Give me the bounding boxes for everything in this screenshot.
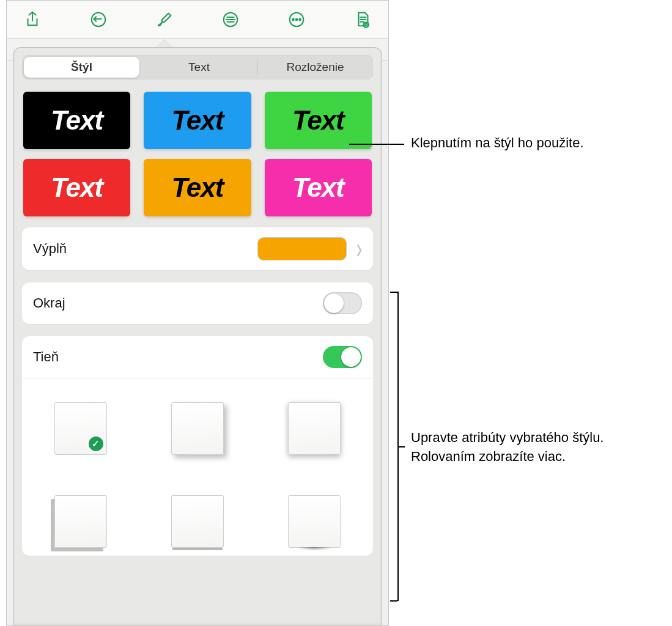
fill-label: Výplň [33,241,67,257]
app-toolbar [7,1,388,39]
fill-color-swatch[interactable] [257,237,347,260]
border-label: Okraj [33,295,65,311]
undo-icon[interactable] [89,10,108,29]
document-view-icon[interactable] [353,10,372,29]
format-panel: Štýl Text Rozloženie Text Text Text Text… [13,47,382,625]
svg-point-8 [299,18,301,20]
popover-arrow-icon [156,39,173,48]
app-frame: Štýl Text Rozloženie Text Text Text Text… [6,0,389,626]
shadow-options: ✓ [22,378,373,556]
shadow-option-offset[interactable] [40,487,120,556]
svg-point-12 [363,22,368,27]
fill-row[interactable]: Výplň › [22,227,373,270]
style-preset-4[interactable]: Text [23,159,130,216]
style-preset-1[interactable]: Text [23,92,130,149]
style-preset-2[interactable]: Text [144,92,251,149]
shadow-option-none[interactable]: ✓ [40,394,120,463]
svg-point-6 [292,18,294,20]
shadow-toggle[interactable] [323,346,362,368]
style-preset-6[interactable]: Text [265,159,372,216]
tab-layout[interactable]: Rozloženie [257,55,373,79]
style-preset-5[interactable]: Text [144,159,251,216]
svg-point-7 [296,18,298,20]
border-toggle[interactable] [323,292,362,314]
style-presets: Text Text Text Text Text Text [22,89,373,227]
callout-edit-attributes: Upravte atribúty vybratého štýlu. Rolova… [411,429,662,466]
shadow-card: Tieň ✓ [22,336,373,556]
shadow-option-curved[interactable] [275,487,355,556]
share-icon[interactable] [23,10,42,29]
callout-line [349,144,404,145]
shadow-option-flat[interactable] [157,487,237,556]
callout-tap-style: Klepnutím na štýl ho použite. [411,134,584,153]
shadow-option-contact[interactable] [275,394,355,463]
shadow-option-drop[interactable] [157,394,237,463]
align-icon[interactable] [221,10,240,29]
tab-text[interactable]: Text [141,55,257,79]
border-card: Okraj [22,282,373,324]
tab-style[interactable]: Štýl [24,57,139,78]
format-brush-icon[interactable] [155,10,174,29]
format-tabs: Štýl Text Rozloženie [22,55,373,79]
fill-card: Výplň › [22,227,373,270]
shadow-label: Tieň [33,349,59,365]
check-icon: ✓ [87,435,105,452]
style-preset-3[interactable]: Text [265,92,372,149]
more-icon[interactable] [287,10,306,29]
chevron-right-icon: › [356,232,362,265]
style-scroll[interactable]: Text Text Text Text Text Text Výplň › [22,89,373,625]
